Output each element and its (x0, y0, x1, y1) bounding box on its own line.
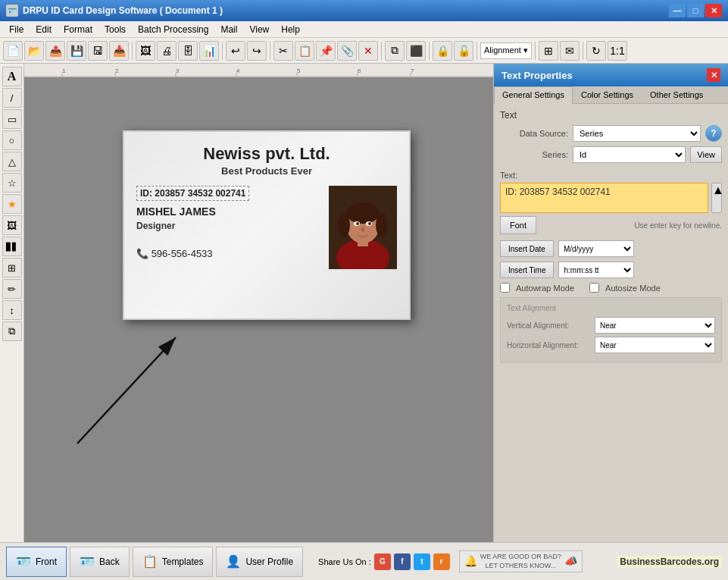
separator-2 (222, 42, 223, 60)
insert-time-button[interactable]: Insert Time (500, 262, 554, 278)
menu-help[interactable]: Help (275, 23, 306, 36)
autowrap-checkbox[interactable] (500, 283, 510, 293)
tab-front[interactable]: 🪪 Front (6, 547, 67, 577)
paste3-icon[interactable]: ⬛ (406, 41, 426, 61)
text-input[interactable]: ID: 203857 34532 002741 (500, 183, 708, 213)
menu-file[interactable]: File (3, 23, 30, 36)
barcode-tool[interactable]: ▊▋ (2, 237, 22, 256)
db-icon[interactable]: 🗄 (178, 41, 198, 61)
svg-point-23 (376, 213, 388, 237)
time-format-select[interactable]: h:mm:ss tt (558, 262, 634, 278)
undo-icon[interactable]: ↩ (226, 41, 245, 61)
close-button[interactable]: ✕ (705, 4, 722, 17)
twitter-share-button[interactable]: t (414, 553, 430, 570)
delete-icon[interactable]: ✕ (358, 41, 378, 61)
font-note-row: Font Use enter key for newline. (500, 216, 722, 234)
help-button[interactable]: ? (705, 125, 722, 142)
series-select[interactable]: Id (573, 146, 686, 163)
panel-close-button[interactable]: ✕ (707, 68, 720, 82)
svg-text:6: 6 (358, 67, 361, 74)
export-icon[interactable]: 📤 (45, 41, 65, 61)
open-icon[interactable]: 📂 (24, 41, 44, 61)
view-button[interactable]: View (690, 146, 722, 163)
layers-tool[interactable]: ⧉ (2, 321, 22, 341)
save-as-icon[interactable]: 🖫 (88, 41, 108, 61)
preview-icon[interactable]: 🖼 (136, 41, 155, 61)
templates-icon: 📋 (142, 554, 158, 569)
svg-point-21 (346, 202, 380, 224)
cut-icon[interactable]: ✂ (273, 41, 293, 61)
pen-tool[interactable]: ✏ (2, 279, 22, 299)
copy-icon[interactable]: 📋 (295, 41, 314, 61)
minimize-button[interactable]: — (669, 4, 686, 17)
menu-edit[interactable]: Edit (30, 23, 58, 36)
tab-other-settings[interactable]: Other Settings (642, 86, 711, 103)
star-tool[interactable]: ☆ (2, 173, 22, 193)
data-source-select[interactable]: Series (573, 125, 701, 142)
menu-mail[interactable]: Mail (214, 23, 243, 36)
text-field-label: Text: (500, 168, 722, 181)
menu-view[interactable]: View (243, 23, 275, 36)
paste2-icon[interactable]: 📎 (337, 41, 357, 61)
menu-tools[interactable]: Tools (98, 23, 132, 36)
alignment-dropdown[interactable]: Alignment ▾ (480, 42, 532, 59)
tab-general-settings[interactable]: General Settings (494, 86, 573, 104)
insert-time-row: Insert Time h:mm:ss tt (500, 262, 722, 278)
email-icon[interactable]: ✉ (560, 41, 580, 61)
grid-icon[interactable]: ⊞ (539, 41, 558, 61)
paste-icon[interactable]: 📌 (316, 41, 336, 61)
data-source-row: Data Source: Series ? (500, 125, 722, 142)
font-button[interactable]: Font (500, 216, 536, 234)
new-icon[interactable]: 📄 (3, 41, 23, 61)
unlock-icon[interactable]: 🔓 (454, 41, 473, 61)
facebook-share-button[interactable]: f (394, 553, 411, 570)
tab-back[interactable]: 🪪 Back (70, 547, 130, 577)
main-layout: A / ▭ ○ △ ☆ ★ 🖼 ▊▋ ⊞ ✏ ↕ ⧉ 1 2 3 4 5 6 7 (0, 64, 728, 542)
autosize-checkbox[interactable] (589, 283, 599, 293)
text-alignment-section: Text Alignment Vertical Alignment: Near … (500, 297, 722, 363)
save-icon[interactable]: 💾 (67, 41, 86, 61)
feedback-area[interactable]: 🔔 WE ARE GOOD OR BAD? LET OTHERS KNOW...… (459, 550, 583, 572)
table-tool[interactable]: ⊞ (2, 258, 22, 277)
maximize-button[interactable]: □ (687, 4, 704, 17)
redo-icon[interactable]: ↪ (247, 41, 267, 61)
back-icon: 🪪 (80, 554, 95, 569)
line-tool[interactable]: / (2, 88, 22, 108)
import-icon[interactable]: 📥 (109, 41, 129, 61)
move-tool[interactable]: ↕ (2, 300, 22, 320)
svg-text:4: 4 (236, 67, 240, 74)
rss-share-button[interactable]: r (433, 553, 450, 570)
feedback-left-icon: 🔔 (464, 554, 477, 568)
print-icon[interactable]: 🖨 (157, 41, 177, 61)
rotate-icon[interactable]: ↻ (586, 41, 606, 61)
date-format-select[interactable]: M/d/yyyy (558, 240, 634, 257)
image-tool[interactable]: 🖼 (2, 215, 22, 235)
text-scrollbar[interactable]: ▲ (711, 183, 722, 213)
horizontal-align-select[interactable]: Near Center Far (595, 337, 715, 353)
text-tool[interactable]: A (2, 67, 22, 86)
panel-title: Text Properties (501, 70, 573, 81)
ellipse-tool[interactable]: ○ (2, 130, 22, 150)
svg-point-27 (368, 222, 371, 225)
menu-batch-processing[interactable]: Batch Processing (132, 23, 214, 36)
svg-text:1: 1 (62, 67, 66, 74)
menu-format[interactable]: Format (58, 23, 98, 36)
copy2-icon[interactable]: ⧉ (385, 41, 405, 61)
user-profile-label: User Profile (245, 556, 293, 567)
lock-icon[interactable]: 🔒 (433, 41, 452, 61)
vertical-align-select[interactable]: Near Center Far (595, 317, 715, 334)
tab-templates[interactable]: 📋 Templates (133, 547, 214, 577)
star2-tool[interactable]: ★ (2, 194, 22, 214)
ruler-svg: 1 2 3 4 5 6 7 (24, 64, 493, 77)
svg-rect-0 (24, 64, 493, 77)
google-share-button[interactable]: G (374, 553, 391, 570)
zoom-icon[interactable]: 1:1 (608, 41, 627, 61)
rect-tool[interactable]: ▭ (2, 109, 22, 129)
tab-color-settings[interactable]: Color Settings (573, 86, 642, 103)
insert-date-button[interactable]: Insert Date (500, 240, 554, 257)
db2-icon[interactable]: 📊 (199, 41, 219, 61)
tab-user-profile[interactable]: 👤 User Profile (216, 547, 303, 577)
svg-text:7: 7 (411, 67, 414, 74)
svg-point-22 (338, 213, 350, 237)
triangle-tool[interactable]: △ (2, 152, 22, 171)
